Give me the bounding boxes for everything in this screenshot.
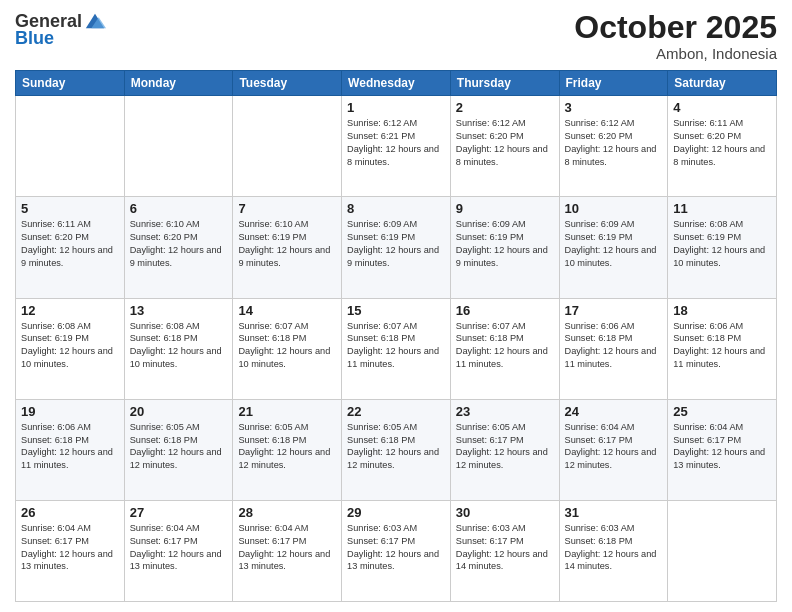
days-header-row: Sunday Monday Tuesday Wednesday Thursday… [16, 71, 777, 96]
day-number: 6 [130, 201, 228, 216]
day-info: Sunrise: 6:04 AM Sunset: 6:17 PM Dayligh… [238, 522, 336, 574]
day-number: 31 [565, 505, 663, 520]
day-number: 28 [238, 505, 336, 520]
header-thursday: Thursday [450, 71, 559, 96]
calendar-cell: 7Sunrise: 6:10 AM Sunset: 6:19 PM Daylig… [233, 197, 342, 298]
header-wednesday: Wednesday [342, 71, 451, 96]
day-info: Sunrise: 6:09 AM Sunset: 6:19 PM Dayligh… [456, 218, 554, 270]
day-info: Sunrise: 6:04 AM Sunset: 6:17 PM Dayligh… [673, 421, 771, 473]
header-sunday: Sunday [16, 71, 125, 96]
calendar-cell: 26Sunrise: 6:04 AM Sunset: 6:17 PM Dayli… [16, 500, 125, 601]
header-monday: Monday [124, 71, 233, 96]
calendar-cell: 17Sunrise: 6:06 AM Sunset: 6:18 PM Dayli… [559, 298, 668, 399]
calendar-cell: 9Sunrise: 6:09 AM Sunset: 6:19 PM Daylig… [450, 197, 559, 298]
day-number: 1 [347, 100, 445, 115]
day-info: Sunrise: 6:05 AM Sunset: 6:18 PM Dayligh… [347, 421, 445, 473]
header-saturday: Saturday [668, 71, 777, 96]
day-info: Sunrise: 6:12 AM Sunset: 6:20 PM Dayligh… [565, 117, 663, 169]
day-info: Sunrise: 6:03 AM Sunset: 6:17 PM Dayligh… [456, 522, 554, 574]
calendar-cell: 14Sunrise: 6:07 AM Sunset: 6:18 PM Dayli… [233, 298, 342, 399]
day-number: 12 [21, 303, 119, 318]
day-info: Sunrise: 6:05 AM Sunset: 6:18 PM Dayligh… [130, 421, 228, 473]
day-number: 13 [130, 303, 228, 318]
calendar-cell: 29Sunrise: 6:03 AM Sunset: 6:17 PM Dayli… [342, 500, 451, 601]
calendar-cell: 21Sunrise: 6:05 AM Sunset: 6:18 PM Dayli… [233, 399, 342, 500]
day-number: 24 [565, 404, 663, 419]
day-info: Sunrise: 6:12 AM Sunset: 6:20 PM Dayligh… [456, 117, 554, 169]
day-number: 18 [673, 303, 771, 318]
calendar-cell: 16Sunrise: 6:07 AM Sunset: 6:18 PM Dayli… [450, 298, 559, 399]
day-number: 15 [347, 303, 445, 318]
day-number: 23 [456, 404, 554, 419]
calendar-cell: 4Sunrise: 6:11 AM Sunset: 6:20 PM Daylig… [668, 96, 777, 197]
logo-blue-text: Blue [15, 28, 54, 49]
day-info: Sunrise: 6:05 AM Sunset: 6:18 PM Dayligh… [238, 421, 336, 473]
day-number: 8 [347, 201, 445, 216]
day-info: Sunrise: 6:07 AM Sunset: 6:18 PM Dayligh… [238, 320, 336, 372]
calendar-cell: 30Sunrise: 6:03 AM Sunset: 6:17 PM Dayli… [450, 500, 559, 601]
day-number: 20 [130, 404, 228, 419]
day-info: Sunrise: 6:07 AM Sunset: 6:18 PM Dayligh… [347, 320, 445, 372]
calendar-cell: 23Sunrise: 6:05 AM Sunset: 6:17 PM Dayli… [450, 399, 559, 500]
header-tuesday: Tuesday [233, 71, 342, 96]
calendar-cell: 3Sunrise: 6:12 AM Sunset: 6:20 PM Daylig… [559, 96, 668, 197]
title-section: October 2025 Ambon, Indonesia [574, 10, 777, 62]
calendar-cell: 12Sunrise: 6:08 AM Sunset: 6:19 PM Dayli… [16, 298, 125, 399]
calendar-cell: 22Sunrise: 6:05 AM Sunset: 6:18 PM Dayli… [342, 399, 451, 500]
calendar-cell: 18Sunrise: 6:06 AM Sunset: 6:18 PM Dayli… [668, 298, 777, 399]
calendar-cell [124, 96, 233, 197]
calendar-cell: 11Sunrise: 6:08 AM Sunset: 6:19 PM Dayli… [668, 197, 777, 298]
day-info: Sunrise: 6:04 AM Sunset: 6:17 PM Dayligh… [565, 421, 663, 473]
week-row-4: 19Sunrise: 6:06 AM Sunset: 6:18 PM Dayli… [16, 399, 777, 500]
calendar-cell: 6Sunrise: 6:10 AM Sunset: 6:20 PM Daylig… [124, 197, 233, 298]
day-number: 29 [347, 505, 445, 520]
day-info: Sunrise: 6:10 AM Sunset: 6:19 PM Dayligh… [238, 218, 336, 270]
day-number: 2 [456, 100, 554, 115]
day-number: 22 [347, 404, 445, 419]
location: Ambon, Indonesia [574, 45, 777, 62]
month-title: October 2025 [574, 10, 777, 45]
week-row-5: 26Sunrise: 6:04 AM Sunset: 6:17 PM Dayli… [16, 500, 777, 601]
day-info: Sunrise: 6:06 AM Sunset: 6:18 PM Dayligh… [673, 320, 771, 372]
calendar-cell: 27Sunrise: 6:04 AM Sunset: 6:17 PM Dayli… [124, 500, 233, 601]
day-info: Sunrise: 6:06 AM Sunset: 6:18 PM Dayligh… [565, 320, 663, 372]
day-info: Sunrise: 6:12 AM Sunset: 6:21 PM Dayligh… [347, 117, 445, 169]
day-info: Sunrise: 6:11 AM Sunset: 6:20 PM Dayligh… [21, 218, 119, 270]
calendar-table: Sunday Monday Tuesday Wednesday Thursday… [15, 70, 777, 602]
day-number: 10 [565, 201, 663, 216]
day-info: Sunrise: 6:09 AM Sunset: 6:19 PM Dayligh… [347, 218, 445, 270]
day-info: Sunrise: 6:07 AM Sunset: 6:18 PM Dayligh… [456, 320, 554, 372]
day-info: Sunrise: 6:05 AM Sunset: 6:17 PM Dayligh… [456, 421, 554, 473]
calendar-cell: 2Sunrise: 6:12 AM Sunset: 6:20 PM Daylig… [450, 96, 559, 197]
logo: General Blue [15, 10, 106, 49]
day-number: 9 [456, 201, 554, 216]
day-info: Sunrise: 6:08 AM Sunset: 6:18 PM Dayligh… [130, 320, 228, 372]
day-info: Sunrise: 6:04 AM Sunset: 6:17 PM Dayligh… [21, 522, 119, 574]
page: General Blue October 2025 Ambon, Indones… [0, 0, 792, 612]
day-info: Sunrise: 6:04 AM Sunset: 6:17 PM Dayligh… [130, 522, 228, 574]
header-friday: Friday [559, 71, 668, 96]
calendar-cell: 25Sunrise: 6:04 AM Sunset: 6:17 PM Dayli… [668, 399, 777, 500]
day-info: Sunrise: 6:11 AM Sunset: 6:20 PM Dayligh… [673, 117, 771, 169]
calendar-cell: 1Sunrise: 6:12 AM Sunset: 6:21 PM Daylig… [342, 96, 451, 197]
day-info: Sunrise: 6:03 AM Sunset: 6:17 PM Dayligh… [347, 522, 445, 574]
day-number: 3 [565, 100, 663, 115]
day-number: 7 [238, 201, 336, 216]
week-row-3: 12Sunrise: 6:08 AM Sunset: 6:19 PM Dayli… [16, 298, 777, 399]
week-row-1: 1Sunrise: 6:12 AM Sunset: 6:21 PM Daylig… [16, 96, 777, 197]
day-number: 17 [565, 303, 663, 318]
day-number: 5 [21, 201, 119, 216]
day-number: 26 [21, 505, 119, 520]
day-number: 27 [130, 505, 228, 520]
calendar-cell [233, 96, 342, 197]
day-info: Sunrise: 6:09 AM Sunset: 6:19 PM Dayligh… [565, 218, 663, 270]
day-number: 25 [673, 404, 771, 419]
day-number: 19 [21, 404, 119, 419]
day-number: 30 [456, 505, 554, 520]
day-info: Sunrise: 6:08 AM Sunset: 6:19 PM Dayligh… [21, 320, 119, 372]
day-info: Sunrise: 6:08 AM Sunset: 6:19 PM Dayligh… [673, 218, 771, 270]
day-number: 21 [238, 404, 336, 419]
calendar-cell: 31Sunrise: 6:03 AM Sunset: 6:18 PM Dayli… [559, 500, 668, 601]
day-number: 4 [673, 100, 771, 115]
day-info: Sunrise: 6:06 AM Sunset: 6:18 PM Dayligh… [21, 421, 119, 473]
